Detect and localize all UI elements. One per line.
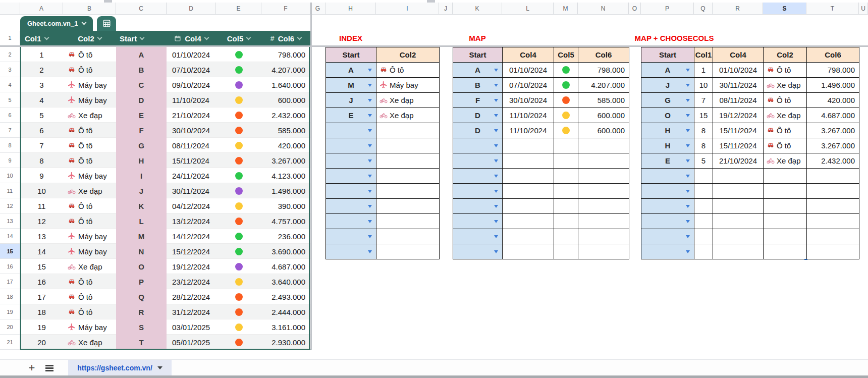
cell-date[interactable]: 01/10/2024 <box>503 63 554 78</box>
cell-iconlabel[interactable] <box>376 199 440 214</box>
cell-col5[interactable] <box>216 244 261 259</box>
row-header-19[interactable]: 19 <box>0 304 20 319</box>
cell-iconlabel[interactable] <box>376 244 440 259</box>
cell-iconlabel[interactable]: Ô tô <box>376 63 440 78</box>
cell-start[interactable]: H <box>641 123 694 138</box>
cell-col2[interactable]: Ô tô <box>63 138 116 153</box>
dropdown-arrow-icon[interactable] <box>686 175 690 178</box>
cell-col1[interactable]: 14 <box>20 244 63 259</box>
all-sheets-menu-icon[interactable] <box>45 367 53 369</box>
cell-num[interactable] <box>578 169 629 184</box>
column-header-K[interactable]: K <box>453 3 502 15</box>
cell-iconlabel[interactable]: Ô tô <box>764 123 807 138</box>
cell-col2[interactable]: Xe đạp <box>63 335 116 350</box>
cell-numc[interactable]: 8 <box>694 138 713 153</box>
cell-dot[interactable] <box>554 123 578 138</box>
cell-numc[interactable]: 5 <box>694 153 713 169</box>
cell-date[interactable] <box>713 244 764 259</box>
cell-col6[interactable]: 2.444.000 <box>261 304 310 319</box>
cell-col6[interactable]: 420.000 <box>261 138 310 153</box>
cell-date[interactable] <box>713 199 764 214</box>
cell-start[interactable] <box>326 169 376 184</box>
cell-num[interactable] <box>807 244 859 259</box>
cell-col5[interactable] <box>216 198 261 213</box>
cell-col5[interactable] <box>216 62 261 77</box>
dropdown-arrow-icon[interactable] <box>686 235 690 238</box>
cell-date[interactable] <box>713 214 764 229</box>
cell-col4[interactable]: 24/11/2024 <box>167 168 216 183</box>
cell-start[interactable] <box>326 214 376 229</box>
sheet-name-tab[interactable]: Gheet.com.vn_1 <box>20 16 93 31</box>
dropdown-arrow-icon[interactable] <box>368 220 372 223</box>
cell-col6[interactable]: 600.000 <box>261 92 310 107</box>
cell-iconlabel[interactable] <box>376 153 440 169</box>
cell-iconlabel[interactable]: Xe đạp <box>764 153 807 169</box>
cell-col6[interactable]: 798.000 <box>261 47 310 62</box>
cell-dot[interactable] <box>554 184 578 199</box>
header-cell-col4[interactable]: Col4 <box>503 47 554 63</box>
table-grid-icon-tab[interactable] <box>97 16 116 31</box>
cell-start[interactable]: M <box>326 78 376 93</box>
cell-dot[interactable] <box>554 138 578 153</box>
cell-col5[interactable] <box>216 77 261 92</box>
cell-num[interactable]: 3.267.000 <box>807 138 859 153</box>
cell-dot[interactable] <box>554 63 578 78</box>
cell-col6[interactable]: 1.496.000 <box>261 183 310 198</box>
column-header-L[interactable]: L <box>502 3 554 15</box>
cell-dot[interactable] <box>554 244 578 259</box>
dropdown-arrow-icon[interactable] <box>368 175 372 178</box>
column-header-B[interactable]: B <box>63 3 116 15</box>
header-cell-start[interactable]: Start <box>453 47 503 63</box>
dropdown-arrow-icon[interactable] <box>494 69 498 72</box>
dropdown-arrow-icon[interactable] <box>494 235 498 238</box>
cell-col6[interactable]: 390.000 <box>261 198 310 213</box>
cell-start[interactable]: K <box>116 198 167 213</box>
cell-dot[interactable] <box>554 199 578 214</box>
cell-col1[interactable]: 10 <box>20 183 63 198</box>
cell-col5[interactable] <box>216 123 261 138</box>
select-all-corner[interactable] <box>0 3 20 15</box>
column-header-H[interactable]: H <box>326 3 376 15</box>
cell-date[interactable]: 30/11/2024 <box>713 78 764 93</box>
active-sheet-tab[interactable]: https://gsheet.com.vn/ <box>68 360 172 376</box>
cell-date[interactable] <box>503 184 554 199</box>
dropdown-arrow-icon[interactable] <box>368 84 372 87</box>
cell-dot[interactable] <box>554 214 578 229</box>
cell-num[interactable] <box>578 229 629 244</box>
cell-start[interactable]: C <box>116 77 167 92</box>
cell-numc[interactable]: 15 <box>694 108 713 123</box>
cell-col4[interactable]: 14/12/2024 <box>167 229 216 244</box>
cell-start[interactable]: G <box>116 138 167 153</box>
cell-col6[interactable]: 2.930.000 <box>261 335 310 350</box>
cell-col5[interactable] <box>216 229 261 244</box>
header-cell-col5[interactable]: Col5 <box>554 47 578 63</box>
cell-start[interactable]: T <box>116 335 167 350</box>
cell-start[interactable] <box>453 138 503 153</box>
cell-num[interactable]: 420.000 <box>807 93 859 108</box>
row-header-10[interactable]: 10 <box>0 168 20 183</box>
cell-start[interactable] <box>641 244 694 259</box>
cell-start[interactable]: I <box>116 168 167 183</box>
row-header-13[interactable]: 13 <box>0 213 20 229</box>
cell-col5[interactable] <box>216 92 261 107</box>
cell-col6[interactable]: 4.687.000 <box>261 259 310 274</box>
cell-col1[interactable]: 20 <box>20 335 63 350</box>
cell-start[interactable]: A <box>116 47 167 62</box>
cell-num[interactable]: 798.000 <box>578 63 629 78</box>
cell-col6[interactable]: 585.000 <box>261 123 310 138</box>
cell-col2[interactable]: Ô tô <box>63 62 116 77</box>
cell-start[interactable]: S <box>116 319 167 335</box>
cell-start[interactable]: D <box>116 92 167 107</box>
header-cell-col2[interactable]: Col2 <box>764 47 807 63</box>
cell-date[interactable]: 19/12/2024 <box>713 108 764 123</box>
cell-date[interactable] <box>503 244 554 259</box>
cell-col1[interactable]: 1 <box>20 47 63 62</box>
cell-start[interactable]: O <box>641 108 694 123</box>
cell-num[interactable]: 600.000 <box>578 123 629 138</box>
column-header-D[interactable]: D <box>167 3 216 15</box>
cell-col1[interactable]: 6 <box>20 123 63 138</box>
cell-iconlabel[interactable] <box>376 229 440 244</box>
cell-start[interactable]: E <box>116 107 167 123</box>
cell-num[interactable] <box>578 199 629 214</box>
cell-col5[interactable] <box>216 304 261 319</box>
